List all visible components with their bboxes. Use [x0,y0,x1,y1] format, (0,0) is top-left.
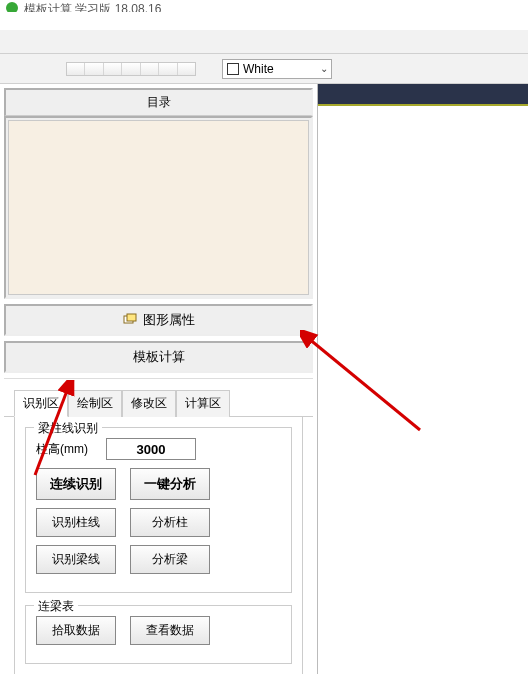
beam-col-fieldset: 梁柱线识别 柱高(mm) 连续识别 一键分析 识别柱线 分析柱 识别梁线 [25,427,292,593]
recognize-beam-button[interactable]: 识别梁线 [36,545,116,574]
tab-modify[interactable]: 修改区 [122,390,176,417]
tab-calc[interactable]: 计算区 [176,390,230,417]
color-select[interactable]: White ⌄ [222,59,332,79]
tab-draw[interactable]: 绘制区 [68,390,122,417]
right-panel [318,84,528,674]
tab-body-recognize: 梁柱线识别 柱高(mm) 连续识别 一键分析 识别柱线 分析柱 识别梁线 [14,417,303,674]
template-calc-panel[interactable]: 模板计算 [4,341,313,373]
one-click-analyze-button[interactable]: 一键分析 [130,468,210,500]
svg-rect-1 [127,314,136,321]
analyze-column-button[interactable]: 分析柱 [130,508,210,537]
mini-toolbar[interactable] [66,62,196,76]
menubar [0,30,528,54]
window-titlebar: 模板计算 学习版 18.08.16 [0,0,528,30]
view-data-button[interactable]: 查看数据 [130,616,210,645]
color-swatch-icon [227,63,239,75]
analyze-beam-button[interactable]: 分析梁 [130,545,210,574]
graphic-props-panel[interactable]: 图形属性 [4,304,313,336]
properties-icon [123,313,137,327]
col-height-input[interactable] [106,438,196,460]
left-panel: 目录 图形属性 模板计算 识别区 绘制区 修改区 计算区 [0,84,318,674]
tab-recognize[interactable]: 识别区 [14,390,68,417]
tabs: 识别区 绘制区 修改区 计算区 [4,389,313,417]
catalog-block [4,116,313,299]
template-calc-body: 识别区 绘制区 修改区 计算区 梁柱线识别 柱高(mm) 连续识别 一键分析 [4,378,313,674]
chevron-down-icon: ⌄ [320,63,328,74]
right-header-bar [318,84,528,106]
color-select-label: White [243,62,274,76]
toolbar: White ⌄ [0,54,528,84]
recognize-column-button[interactable]: 识别柱线 [36,508,116,537]
graphic-props-label: 图形属性 [143,311,195,329]
catalog-title: 目录 [147,95,171,109]
pick-data-button[interactable]: 拾取数据 [36,616,116,645]
conn-beam-legend: 连梁表 [34,598,78,615]
template-calc-label: 模板计算 [133,348,185,366]
col-height-label: 柱高(mm) [36,441,96,458]
conn-beam-fieldset: 连梁表 拾取数据 查看数据 [25,605,292,664]
canvas-area[interactable] [8,120,309,295]
continuous-recognize-button[interactable]: 连续识别 [36,468,116,500]
beam-col-legend: 梁柱线识别 [34,420,102,437]
catalog-header: 目录 [4,88,313,116]
